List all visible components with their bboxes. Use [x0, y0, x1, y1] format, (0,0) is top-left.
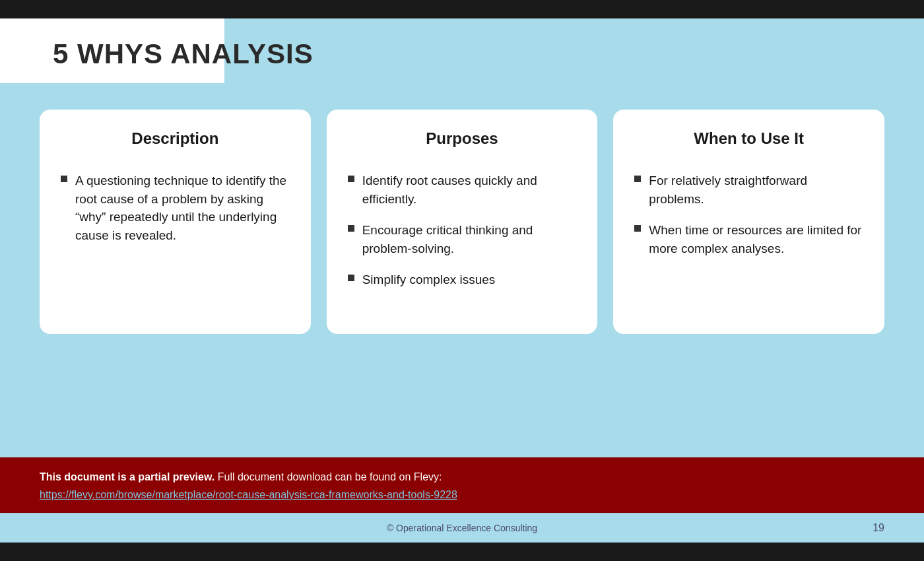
- bullet-text: Identify root causes quickly and efficie…: [362, 172, 577, 208]
- bullet-text: When time or resources are limited for m…: [649, 221, 863, 257]
- bullet-text: For relatively straightforward problems.: [649, 172, 863, 208]
- bullet-icon: [634, 176, 641, 182]
- description-bullets: A questioning technique to identify the …: [61, 172, 290, 244]
- list-item: Identify root causes quickly and efficie…: [348, 172, 577, 208]
- purposes-card-title: Purposes: [348, 129, 577, 153]
- bullet-icon: [348, 275, 354, 281]
- preview-bold-text: This document is a partial preview.: [40, 471, 214, 482]
- list-item: Encourage critical thinking and problem-…: [348, 221, 577, 257]
- bottom-bar: [0, 543, 924, 561]
- description-card: Description A questioning technique to i…: [40, 110, 311, 334]
- description-card-title: Description: [61, 129, 290, 153]
- preview-link[interactable]: https://flevy.com/browse/marketplace/roo…: [40, 489, 884, 501]
- when-to-use-bullets: For relatively straightforward problems.…: [634, 172, 863, 257]
- bullet-text: Encourage critical thinking and problem-…: [362, 221, 577, 257]
- bullet-icon: [634, 225, 641, 232]
- bullet-text: A questioning technique to identify the …: [75, 172, 290, 244]
- slide: 5 WHYS ANALYSIS Description A questionin…: [0, 0, 924, 561]
- purposes-card: Purposes Identify root causes quickly an…: [327, 110, 598, 334]
- preview-text: This document is a partial preview. Full…: [40, 469, 884, 485]
- list-item: A questioning technique to identify the …: [61, 172, 290, 244]
- bullet-text: Simplify complex issues: [362, 271, 496, 289]
- when-to-use-card: When to Use It For relatively straightfo…: [613, 110, 884, 334]
- list-item: When time or resources are limited for m…: [634, 221, 863, 257]
- when-to-use-card-title: When to Use It: [634, 129, 863, 153]
- page-title: 5 WHYS ANALYSIS: [53, 38, 924, 70]
- preview-banner: This document is a partial preview. Full…: [0, 457, 924, 513]
- title-area: 5 WHYS ANALYSIS: [0, 18, 924, 83]
- footer: © Operational Excellence Consulting 19: [0, 513, 924, 543]
- purposes-bullets: Identify root causes quickly and efficie…: [348, 172, 577, 289]
- footer-page-number: 19: [873, 522, 884, 534]
- list-item: Simplify complex issues: [348, 271, 577, 289]
- preview-normal-text: Full document download can be found on F…: [218, 471, 442, 482]
- list-item: For relatively straightforward problems.: [634, 172, 863, 208]
- main-content: 5 WHYS ANALYSIS Description A questionin…: [0, 18, 924, 457]
- bullet-icon: [348, 225, 354, 232]
- bullet-icon: [61, 176, 67, 182]
- footer-copyright: © Operational Excellence Consulting: [387, 523, 537, 533]
- bullet-icon: [348, 176, 354, 182]
- cards-container: Description A questioning technique to i…: [0, 83, 924, 457]
- top-bar: [0, 0, 924, 18]
